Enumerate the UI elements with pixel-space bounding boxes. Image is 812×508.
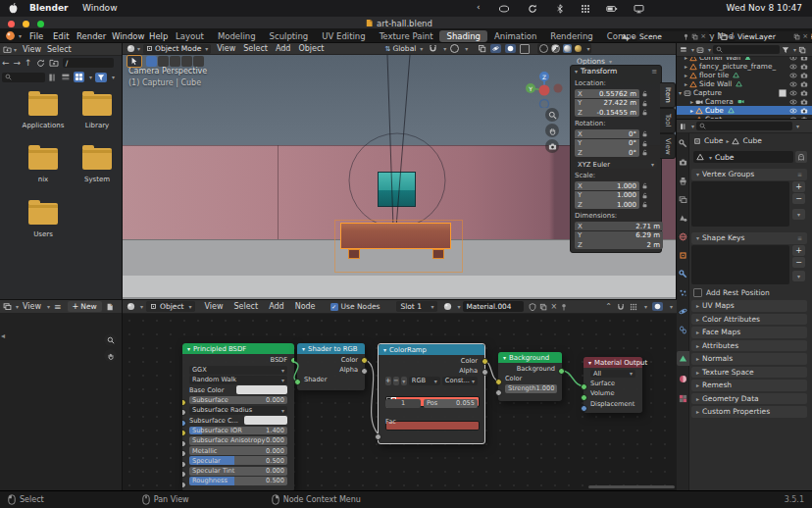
rotation-x-field[interactable]: X0° bbox=[575, 129, 639, 138]
display-horizontal-list-icon[interactable] bbox=[61, 73, 71, 82]
browse-material-icon[interactable] bbox=[443, 302, 452, 311]
surface-input-socket[interactable] bbox=[581, 383, 587, 390]
select-invert-button[interactable] bbox=[181, 56, 192, 67]
shading-material-toggle[interactable] bbox=[563, 44, 572, 53]
select-intersect-button[interactable] bbox=[193, 56, 204, 67]
sk-remove-button[interactable]: − bbox=[792, 257, 805, 268]
vg-add-button[interactable]: + bbox=[792, 181, 805, 192]
location-x-field[interactable]: X0.55762 m bbox=[575, 89, 639, 98]
panel-geometry-data[interactable]: ▸Geometry Data bbox=[691, 393, 807, 405]
outliner-row-floor-tile[interactable]: ▸ floor tile bbox=[677, 71, 812, 79]
background-output-socket[interactable] bbox=[558, 368, 565, 375]
time-machine-icon[interactable] bbox=[528, 4, 537, 14]
filter-toggle[interactable] bbox=[95, 73, 107, 82]
displacement-input-socket[interactable] bbox=[581, 405, 587, 412]
ramp-color-mode-dropdown[interactable]: RGB▾ bbox=[409, 377, 440, 385]
dimensions-z-field[interactable]: Z2 m bbox=[575, 240, 663, 249]
pin-icon[interactable] bbox=[683, 33, 689, 40]
tab-object-icon[interactable] bbox=[679, 251, 687, 260]
shape-keys-panel-header[interactable]: ▾ Shape Keys ≡ bbox=[691, 232, 807, 244]
ramp-index-field[interactable]: 1 bbox=[385, 399, 421, 408]
expand-icon[interactable]: ▸ bbox=[685, 57, 687, 61]
ramp-remove-stop-button[interactable]: − bbox=[393, 377, 399, 385]
viewport-menu-view[interactable]: View bbox=[211, 44, 241, 53]
color-input-socket[interactable] bbox=[495, 379, 502, 385]
shader-type-dropdown[interactable]: Object ▾ bbox=[146, 301, 195, 312]
specular-slider[interactable]: Specular0.500 bbox=[189, 456, 287, 465]
subsurface-radius-socket[interactable] bbox=[182, 420, 186, 427]
overlay-grid-icon[interactable] bbox=[630, 303, 637, 311]
tab-world-icon[interactable] bbox=[679, 232, 687, 241]
hide-eye-icon[interactable] bbox=[789, 89, 797, 97]
use-nodes-toggle[interactable]: ✓ Use Nodes bbox=[330, 302, 381, 311]
panel-custom-properties[interactable]: ▸Custom Properties bbox=[691, 406, 807, 418]
file-browser-view-menu[interactable]: View bbox=[17, 45, 47, 54]
shading-wireframe-icon[interactable] bbox=[539, 44, 548, 53]
select-extend-button[interactable] bbox=[158, 56, 169, 67]
outliner-display-icon[interactable] bbox=[696, 46, 704, 54]
hide-eye-icon[interactable] bbox=[789, 107, 797, 115]
menubar-chevron-icon[interactable]: ‹ bbox=[477, 2, 481, 12]
display-vertical-list-icon[interactable] bbox=[48, 73, 58, 82]
snap-magnet-icon[interactable] bbox=[617, 303, 625, 311]
alpha-output-socket[interactable] bbox=[482, 369, 488, 376]
preview-toggle[interactable] bbox=[652, 302, 663, 311]
dimensions-x-field[interactable]: X2.71 m bbox=[575, 222, 663, 230]
dimensions-y-field[interactable]: Y6.29 m bbox=[575, 231, 663, 240]
tab-render-icon[interactable] bbox=[679, 158, 687, 167]
camera-view-button[interactable] bbox=[545, 139, 559, 153]
breadcrumb-data[interactable]: Cube bbox=[742, 136, 761, 145]
subsurface-slider[interactable]: Subsurface0.000 bbox=[189, 396, 287, 405]
active-tool-button[interactable] bbox=[127, 55, 142, 68]
tab-texture-icon[interactable] bbox=[679, 394, 687, 403]
copy-material-icon[interactable] bbox=[539, 303, 547, 311]
breadcrumb-object[interactable]: Cube bbox=[704, 136, 723, 145]
gizmo-toggle[interactable] bbox=[490, 44, 501, 53]
shader-menu-view[interactable]: View bbox=[198, 302, 228, 311]
panel-face-maps[interactable]: ▸Face Maps bbox=[691, 327, 807, 338]
scene-artwork-screen[interactable] bbox=[378, 172, 416, 207]
collection-checkbox[interactable] bbox=[779, 89, 787, 97]
fake-user-button[interactable] bbox=[795, 151, 807, 163]
folder-users-icon[interactable] bbox=[28, 203, 58, 225]
ramp-interp-dropdown[interactable]: Const...▾ bbox=[442, 377, 478, 385]
viewport-menu-add[interactable]: Add bbox=[274, 44, 297, 53]
subsurface-ior-slider[interactable]: Subsurface IOR1.400 bbox=[189, 427, 287, 435]
viewport-menu-select[interactable]: Select bbox=[241, 44, 274, 53]
vg-remove-button[interactable]: − bbox=[792, 193, 805, 204]
expand-icon[interactable]: ▸ bbox=[685, 63, 687, 70]
ramp-pos-field[interactable]: Pos0.055 bbox=[424, 399, 478, 408]
lock-icon[interactable] bbox=[641, 109, 648, 116]
properties-search-field[interactable] bbox=[696, 122, 792, 130]
outliner-filter-icon[interactable] bbox=[782, 46, 789, 54]
proportional-chevron[interactable]: ▾ bbox=[465, 45, 468, 52]
node-colorramp[interactable]: ▾ ColorRamp Color Alpha + − ▾ RGB▾ Const… bbox=[378, 343, 485, 444]
hide-eye-icon[interactable] bbox=[789, 72, 797, 79]
base-color-swatch[interactable] bbox=[236, 385, 287, 394]
tab-uv-editing[interactable]: UV Editing bbox=[315, 30, 372, 42]
subsurface-ior-socket[interactable] bbox=[182, 440, 186, 447]
image-zoom-button[interactable] bbox=[104, 333, 117, 346]
fake-user-shield-icon[interactable] bbox=[529, 303, 536, 311]
render-visibility-icon[interactable] bbox=[800, 72, 808, 79]
scale-z-field[interactable]: Z1.000 bbox=[575, 200, 639, 209]
specular-tint-slider[interactable]: Specular Tint0.000 bbox=[189, 467, 287, 476]
subsurface-color-socket[interactable] bbox=[182, 430, 186, 436]
tab-sculpting[interactable]: Sculpting bbox=[263, 30, 316, 42]
rotation-z-field[interactable]: Z0° bbox=[575, 148, 639, 157]
outliner-row-fancy-picture-frame[interactable]: ▸ fancy_picture_frame_ bbox=[677, 62, 812, 71]
lock-icon[interactable] bbox=[641, 100, 648, 107]
scene-icon[interactable] bbox=[621, 32, 630, 41]
tab-output-icon[interactable] bbox=[679, 177, 687, 185]
shader-editor-icon[interactable] bbox=[127, 302, 135, 311]
shading-rendered-icon[interactable] bbox=[575, 45, 582, 52]
node-material-output[interactable]: ▾ Material Output All▾ Surface Volume Di… bbox=[584, 357, 642, 413]
traffic-light-minimize[interactable] bbox=[23, 21, 29, 27]
pivot-point-icon[interactable] bbox=[478, 44, 486, 53]
file-browser-select-menu[interactable]: Select bbox=[47, 45, 77, 54]
lock-icon[interactable] bbox=[641, 192, 648, 199]
snap-chevron[interactable]: ▾ bbox=[443, 45, 446, 52]
subsurface-anisotropy-slider[interactable]: Subsurface Anisotropy0.000 bbox=[189, 436, 287, 445]
new-scene-icon[interactable] bbox=[691, 33, 698, 40]
base-color-socket[interactable] bbox=[182, 399, 186, 406]
